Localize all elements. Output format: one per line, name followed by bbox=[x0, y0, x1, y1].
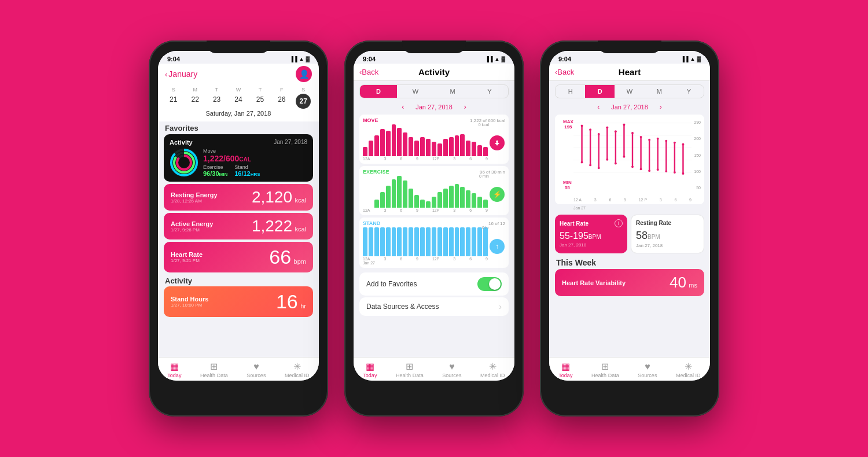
heart-title: Heart bbox=[619, 67, 641, 77]
svg-point-16 bbox=[589, 164, 591, 166]
move-bar-chart bbox=[363, 124, 488, 156]
notch-3 bbox=[598, 40, 661, 53]
svg-point-19 bbox=[598, 167, 600, 169]
stand-hours-right: 16 hr bbox=[276, 290, 306, 313]
add-favorites-toggle[interactable] bbox=[477, 277, 502, 291]
bar bbox=[380, 192, 385, 208]
bottom-nav-1: ▦ Today ⊞ Health Data ♥ Sources ✳ Medica… bbox=[158, 357, 319, 381]
cal-day-24[interactable]: 24 bbox=[227, 94, 249, 109]
cal-day-21[interactable]: 21 bbox=[163, 94, 184, 109]
tab-D-heart[interactable]: D bbox=[585, 85, 615, 98]
nav-sources-3[interactable]: ♥ Sources bbox=[638, 362, 657, 378]
activity-title: Activity bbox=[170, 139, 193, 146]
exercise-stat: Exercise 96/30MIN bbox=[203, 164, 227, 177]
date-next-button[interactable]: › bbox=[464, 103, 466, 111]
cal-day-22[interactable]: 22 bbox=[184, 94, 205, 109]
chevron-left-icon: ‹ bbox=[165, 70, 167, 79]
heart-rate-card[interactable]: Heart Rate 1/27, 9:21 PM 66 bpm bbox=[164, 242, 313, 272]
heart-back-button[interactable]: ‹ Back bbox=[555, 68, 574, 76]
heart-rate-cards: Heart Rate i 55-195BPM Jan 27, 2018 Rest… bbox=[555, 215, 704, 253]
heart-rate-left: Heart Rate 1/27, 9:21 PM bbox=[171, 251, 203, 263]
health-data-label-3: Health Data bbox=[591, 373, 619, 378]
bar bbox=[455, 184, 459, 208]
tab-H[interactable]: H bbox=[556, 85, 585, 98]
bar bbox=[420, 137, 425, 156]
nav-sources[interactable]: ♥ Sources bbox=[247, 362, 266, 378]
activity-card[interactable]: Activity Jan 27, 2018 bbox=[164, 134, 313, 182]
cal-day-27[interactable]: 27 bbox=[296, 94, 311, 109]
battery-icon-2: ▓ bbox=[501, 56, 505, 62]
avatar-icon: 👤 bbox=[299, 69, 309, 79]
hrv-unit: ms bbox=[689, 282, 697, 289]
heart-rate-svg bbox=[573, 119, 692, 189]
nav-medical-id-3[interactable]: ✳ Medical ID bbox=[676, 361, 701, 378]
svg-point-34 bbox=[640, 168, 642, 170]
active-energy-value: 1,222 bbox=[252, 217, 292, 235]
cal-day-25[interactable]: 25 bbox=[249, 94, 271, 109]
svg-point-24 bbox=[615, 130, 617, 132]
svg-point-21 bbox=[606, 126, 608, 128]
svg-point-33 bbox=[640, 136, 642, 138]
svg-point-49 bbox=[682, 172, 684, 175]
medical-id-label-2: Medical ID bbox=[480, 373, 505, 378]
activity-title: Activity bbox=[418, 67, 450, 77]
bar bbox=[386, 131, 391, 156]
tab-Y[interactable]: Y bbox=[471, 85, 508, 98]
nav-health-data-2[interactable]: ⊞ Health Data bbox=[396, 361, 424, 378]
heart-date-prev[interactable]: ‹ bbox=[597, 103, 599, 111]
bar bbox=[466, 141, 470, 157]
tab-W[interactable]: W bbox=[397, 85, 434, 98]
bar bbox=[363, 227, 367, 256]
tab-M-heart[interactable]: M bbox=[645, 85, 674, 98]
heart-x-label: Jan 27 bbox=[573, 206, 586, 210]
exercise-label: Exercise bbox=[203, 164, 227, 170]
heart-date-next[interactable]: › bbox=[660, 103, 662, 111]
stand-hours-sub: 1/27, 10:00 PM bbox=[171, 303, 208, 308]
add-favorites-row: Add to Favorites bbox=[359, 272, 509, 296]
nav-today-2[interactable]: ▦ Today bbox=[363, 361, 377, 378]
bar bbox=[420, 200, 425, 208]
active-energy-card[interactable]: Active Energy 1/27, 9:26 PM 1,222 kcal bbox=[164, 213, 313, 239]
sources-label-2: Sources bbox=[442, 373, 461, 378]
bar bbox=[392, 227, 396, 256]
activity-card-header: Activity Jan 27, 2018 bbox=[170, 139, 307, 146]
cal-day-26[interactable]: 26 bbox=[271, 94, 292, 109]
screen-1: 9:04 ▐▐ ▲ ▓ ‹ January 👤 bbox=[158, 51, 319, 381]
hrv-card[interactable]: Heart Rate Variability 40 ms bbox=[555, 269, 704, 296]
bar bbox=[483, 227, 488, 256]
battery-icon: ▓ bbox=[306, 56, 310, 62]
activity-charts: MOVE 1,222 of 600 kcal bbox=[354, 113, 514, 357]
tab-D[interactable]: D bbox=[360, 85, 397, 98]
bar bbox=[403, 180, 407, 208]
data-sources-row[interactable]: Data Sources & Access › bbox=[359, 297, 509, 316]
stand-value: 16/12HRS bbox=[234, 170, 260, 177]
month-label: January bbox=[168, 69, 197, 79]
nav-health-data[interactable]: ⊞ Health Data bbox=[200, 361, 228, 378]
nav-health-data-3[interactable]: ⊞ Health Data bbox=[591, 361, 619, 378]
bar bbox=[466, 190, 470, 208]
bar bbox=[483, 147, 488, 157]
resting-energy-card[interactable]: Resting Energy 1/28, 12:26 AM 2,120 kcal bbox=[164, 184, 313, 211]
stand-hours-card[interactable]: Stand Hours 1/27, 10:00 PM 16 hr bbox=[164, 286, 313, 317]
nav-sources-2[interactable]: ♥ Sources bbox=[442, 362, 461, 378]
tab-M[interactable]: M bbox=[434, 85, 471, 98]
activity-back-button[interactable]: ‹ Back bbox=[359, 68, 378, 76]
nav-today-3[interactable]: ▦ Today bbox=[558, 361, 572, 378]
heart-rate-card[interactable]: Heart Rate i 55-195BPM Jan 27, 2018 bbox=[555, 215, 627, 253]
cal-day-23[interactable]: 23 bbox=[206, 94, 227, 109]
screen-content-1: ‹ January 👤 S M T W T F S bbox=[158, 64, 319, 357]
tab-W-heart[interactable]: W bbox=[615, 85, 644, 98]
resting-energy-value: 2,120 bbox=[252, 188, 292, 206]
data-sources-chevron: › bbox=[499, 302, 502, 311]
activity-date: Jan 27, 2018 bbox=[274, 139, 307, 146]
health-data-label: Health Data bbox=[200, 373, 228, 378]
svg-point-13 bbox=[581, 161, 583, 164]
month-back[interactable]: ‹ January bbox=[165, 69, 197, 79]
resting-rate-title: Resting Rate bbox=[636, 220, 699, 226]
tab-Y-heart[interactable]: Y bbox=[674, 85, 704, 98]
nav-today[interactable]: ▦ Today bbox=[167, 361, 181, 378]
date-prev-button[interactable]: ‹ bbox=[402, 103, 404, 111]
nav-medical-id[interactable]: ✳ Medical ID bbox=[285, 361, 310, 378]
avatar[interactable]: 👤 bbox=[296, 66, 312, 82]
nav-medical-id-2[interactable]: ✳ Medical ID bbox=[480, 361, 505, 378]
